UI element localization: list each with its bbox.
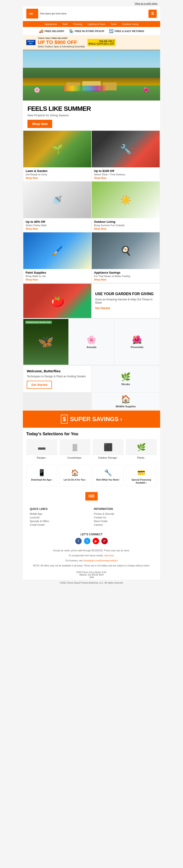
butterflies-section: Planted by the Garden Club 🦋 🌸 Annuals 🌺… bbox=[23, 318, 160, 410]
outdoor-storage-label: Outdoor Storage bbox=[98, 456, 117, 459]
special-buy-banner: SPECIAL BUY TODAY ONLY FREE DELIVERY UP … bbox=[23, 35, 160, 50]
facebook-icon[interactable]: f bbox=[75, 538, 82, 544]
footer-mobile-app[interactable]: Mobile App bbox=[30, 513, 89, 515]
service-financing[interactable]: 💳 Special Financing Available › bbox=[126, 465, 157, 486]
truck-icon: 🚚 bbox=[39, 29, 43, 33]
todays-selections-heading: Today's Selections for You bbox=[26, 432, 157, 436]
selection-plants: 🌿 Plants › bbox=[126, 439, 157, 459]
appliance-image: 🍳 bbox=[92, 232, 160, 269]
unsub-text: To unsubscribe from future emails, bbox=[69, 554, 104, 557]
footer-contact[interactable]: Contact Us bbox=[94, 516, 153, 519]
unsub-link[interactable]: click here. bbox=[104, 554, 114, 557]
rental-icon: 🔧 bbox=[95, 467, 121, 478]
paint-shop-link[interactable]: Shop Now bbox=[26, 278, 89, 281]
home-services-icon: 🏠 bbox=[62, 467, 88, 478]
footer-hd-logo: HD bbox=[85, 492, 98, 500]
address-line1: 2455 Paces Ferry Road, N.W. bbox=[24, 571, 159, 574]
shop-now-button[interactable]: Shop Now bbox=[28, 120, 52, 128]
lawn-title: Lawn & Garden bbox=[26, 169, 89, 173]
todays-selections-section: Today's Selections for You ▬ Ranges › ▓ … bbox=[23, 428, 160, 463]
tools-image: 🔧 bbox=[92, 131, 160, 167]
paint-subtitle: Bring Walls to Life bbox=[26, 275, 89, 278]
service-home-services[interactable]: 🏠 Let Us Do It for You › bbox=[60, 465, 90, 486]
footer-specials[interactable]: Specials & Offers bbox=[30, 520, 89, 523]
plants-label: Plants bbox=[137, 456, 144, 459]
note-text: NOTE: All offers may not be available in… bbox=[28, 564, 155, 567]
quick-links-heading: QUICK LINKS bbox=[30, 507, 89, 510]
garden-get-started-link[interactable]: Get Started bbox=[95, 307, 156, 310]
selection-ranges: ▬ Ranges › bbox=[26, 439, 57, 459]
youtube-icon[interactable]: ▶ bbox=[93, 538, 99, 544]
product-card-paint: 🖌️ Paint Supplies Bring Walls to Life Sh… bbox=[23, 232, 91, 283]
outdoor-subtitle: Bring Summer Fun Outside bbox=[94, 224, 157, 227]
nav-outdoor[interactable]: Outdoor Living bbox=[119, 21, 141, 27]
nav-lighting[interactable]: Lighting & Fans bbox=[85, 21, 108, 27]
garden-image: 🍅 bbox=[23, 284, 91, 318]
license-link[interactable]: homedepot.com/licenseenumbers bbox=[83, 559, 118, 562]
tools-subtitle: Select Tools + Free Delivery bbox=[94, 173, 157, 176]
returns-icon: ↩️ bbox=[109, 29, 113, 33]
butterfly-body: Techniques to Design & Plant an Inviting… bbox=[27, 375, 88, 378]
twitter-icon[interactable]: t bbox=[84, 538, 90, 544]
nav-flooring[interactable]: Flooring bbox=[70, 21, 85, 27]
shrubs-card: 🌿 Shrubs bbox=[92, 366, 160, 392]
logo-tagline: How doers get more done. bbox=[40, 12, 67, 15]
nav-bath[interactable]: Bath bbox=[60, 21, 70, 27]
footer-local-ad[interactable]: Local Ad bbox=[30, 516, 89, 519]
shrubs-icon: 🌿 bbox=[121, 372, 131, 382]
store-icon: 🏪 bbox=[69, 29, 74, 33]
view-web-link[interactable]: View as a web page. bbox=[135, 2, 158, 5]
annuals-icon: 🌸 bbox=[86, 335, 97, 345]
outdoor-shop-link[interactable]: Shop Now bbox=[94, 227, 157, 230]
annuals-card: 🌸 Annuals bbox=[69, 319, 114, 365]
wildlife-card: 🏠 Wildlife Supplies bbox=[92, 393, 160, 410]
nav-tools[interactable]: Tools bbox=[108, 21, 119, 27]
rental-label: Rent What You Need › bbox=[95, 478, 121, 481]
product-grid: 🌱 Lawn & Garden Get Ready to Grow Shop N… bbox=[23, 130, 160, 283]
super-savings-banner[interactable]: $ SUPER SAVINGS › bbox=[23, 410, 160, 428]
plants-arrow: › bbox=[145, 457, 145, 459]
footer-store-finder[interactable]: Store Finder bbox=[94, 520, 153, 523]
discount-amount: UP TO $900 OFF bbox=[38, 39, 85, 45]
shrubs-label: Shrubs bbox=[121, 383, 130, 385]
lawn-shop-link[interactable]: Shop Now bbox=[26, 177, 89, 179]
garden-body: Grow an Amazing Harvest & Help Out Those… bbox=[95, 298, 156, 304]
feels-summer-subheadline: New Projects for Doing Season bbox=[28, 114, 155, 117]
paint-title: Paint Supplies bbox=[26, 271, 89, 274]
service-download-app[interactable]: 📱 Download the App › bbox=[26, 465, 57, 486]
nav-appliances[interactable]: Appliances bbox=[42, 21, 60, 27]
pinterest-icon[interactable]: P bbox=[101, 538, 108, 544]
lawn-subtitle: Get Ready to Grow bbox=[26, 173, 89, 176]
today-only-label: TODAY ONLY FREE DELIVERY bbox=[38, 37, 85, 39]
copyright-text: ©2022 Home Depot Product Authority, LLC.… bbox=[25, 582, 158, 584]
footer-credit[interactable]: Credit Center bbox=[30, 523, 89, 526]
free-instore: 🏪 FREE IN-STORE PICKUP bbox=[69, 29, 104, 33]
quick-links-column: QUICK LINKS Mobile App Local Ad Specials… bbox=[30, 507, 89, 527]
butterfly-get-started-button[interactable]: Get Started bbox=[27, 381, 52, 389]
information-heading: INFORMATION bbox=[94, 507, 153, 510]
butterfly-bottom-grid: Welcome, Butterflies Techniques to Desig… bbox=[23, 365, 160, 410]
services-row: 📱 Download the App › 🏠 Let Us Do It for … bbox=[23, 463, 160, 489]
service-rental[interactable]: 🔧 Rent What You Need › bbox=[93, 465, 123, 486]
footer-address: 2455 Paces Ferry Road, N.W. Atlanta, GA … bbox=[23, 570, 160, 580]
information-list: Privacy & Security Contact Us Store Find… bbox=[94, 513, 153, 526]
address-line3: USA bbox=[24, 576, 159, 579]
footer-logo: HD bbox=[23, 489, 160, 504]
product-card-bath: 🚿 Up to 40% Off Select Online Bath Shop … bbox=[23, 182, 91, 232]
butterfly-grid: Planted by the Garden Club 🦋 🌸 Annuals 🌺… bbox=[23, 318, 160, 365]
hero-banner: ● ● ● ● ● ● ● ● ● ● 🌸 bbox=[23, 50, 160, 100]
information-column: INFORMATION Privacy & Security Contact U… bbox=[94, 507, 153, 527]
wildlife-label: Wildlife Supplies bbox=[116, 405, 136, 408]
footer-links: QUICK LINKS Mobile App Local Ad Specials… bbox=[23, 504, 160, 530]
tools-shop-link[interactable]: Shop Now bbox=[94, 177, 157, 179]
appliance-shop-link[interactable]: Shop Now bbox=[94, 278, 157, 281]
bath-shop-link[interactable]: Shop Now bbox=[26, 227, 89, 230]
footer-careers[interactable]: Careers bbox=[94, 523, 153, 526]
appliance-title: Appliance Savings bbox=[94, 271, 157, 274]
footer-privacy[interactable]: Privacy & Security bbox=[94, 513, 153, 515]
tools-title: Up to $100 Off bbox=[94, 169, 157, 173]
license-text: For licenses, see bbox=[65, 559, 83, 562]
countertops-arrow: › bbox=[82, 457, 82, 459]
lawn-garden-image: 🌱 bbox=[23, 131, 91, 167]
countertops-label: Countertops bbox=[68, 456, 81, 459]
